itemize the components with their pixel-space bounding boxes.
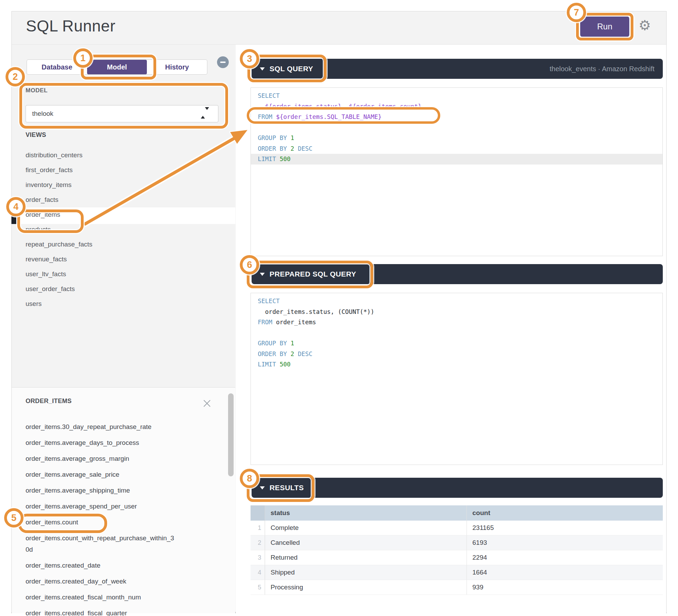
status-cell: Returned bbox=[265, 550, 467, 565]
column-header-count: count bbox=[467, 505, 663, 521]
count-cell: 939 bbox=[467, 580, 663, 595]
annotation-ring-from-clause bbox=[247, 107, 440, 124]
row-number: 4 bbox=[251, 565, 265, 580]
code-line: FROM order_items bbox=[251, 317, 662, 328]
code-line: GROUP BY 1 bbox=[251, 133, 662, 143]
status-cell: Shipped bbox=[265, 565, 467, 580]
sql-runner-page: SQL Runner Run ⚙ DatabaseModelHistory MO… bbox=[0, 0, 678, 616]
view-item-order_facts[interactable]: order_facts bbox=[26, 192, 198, 207]
field-item[interactable]: order_items.average_sale_price bbox=[26, 469, 174, 480]
prepared-sql-view: SELECT order_items.status, (COUNT(*))FRO… bbox=[251, 293, 663, 465]
table-header-row: statuscount bbox=[251, 505, 663, 521]
status-cell: Cancelled bbox=[265, 535, 467, 550]
row-number: 2 bbox=[251, 535, 265, 550]
field-item[interactable]: order_items.average_days_to_process bbox=[26, 437, 174, 448]
annotation-circle-5: 5 bbox=[4, 508, 23, 528]
field-item[interactable]: order_items.count_with_repeat_purchase_w… bbox=[26, 532, 174, 555]
view-item-first_order_facts[interactable]: first_order_facts bbox=[26, 162, 198, 177]
collapse-minus-icon[interactable] bbox=[217, 56, 229, 68]
annotation-ring-prepared-sql bbox=[247, 261, 373, 288]
field-item[interactable]: order_items.created_date bbox=[26, 560, 174, 571]
annotation-ring-model-section bbox=[19, 83, 228, 129]
connection-label: thelook_events · Amazon Redshift bbox=[549, 65, 655, 73]
annotation-circle-3: 3 bbox=[240, 49, 259, 68]
code-line: order_items.status, (COUNT(*)) bbox=[251, 307, 662, 317]
annotation-circle-7: 7 bbox=[567, 3, 586, 22]
view-item-inventory_items[interactable]: inventory_items bbox=[26, 177, 198, 192]
count-cell: 1664 bbox=[467, 565, 663, 580]
count-cell: 2294 bbox=[467, 550, 663, 565]
row-number-header bbox=[251, 505, 265, 521]
status-cell: Complete bbox=[265, 521, 467, 535]
field-item[interactable]: order_items.created_day_of_week bbox=[26, 576, 174, 587]
code-line: SELECT bbox=[251, 91, 662, 101]
table-row: 4Shipped1664 bbox=[251, 565, 663, 580]
count-cell: 231165 bbox=[467, 521, 663, 535]
table-row: 2Cancelled6193 bbox=[251, 535, 663, 550]
view-item-user_order_facts[interactable]: user_order_facts bbox=[26, 281, 198, 296]
view-item-user_ltv_facts[interactable]: user_ltv_facts bbox=[26, 267, 198, 281]
view-item-users[interactable]: users bbox=[26, 296, 198, 311]
field-item[interactable]: order_items.created_fiscal_month_num bbox=[26, 591, 174, 603]
code-line: LIMIT 500 bbox=[251, 154, 662, 165]
view-item-revenue_facts[interactable]: revenue_facts bbox=[26, 252, 198, 267]
annotation-circle-6: 6 bbox=[240, 255, 259, 274]
code-line: SELECT bbox=[251, 296, 662, 307]
field-item[interactable]: order_items.average_gross_margin bbox=[26, 453, 174, 464]
code-line: GROUP BY 1 bbox=[251, 338, 662, 349]
view-item-distribution_centers[interactable]: distribution_centers bbox=[26, 148, 198, 162]
page-title: SQL Runner bbox=[26, 17, 115, 35]
column-header-status: status bbox=[265, 505, 467, 521]
table-row: 1Complete231165 bbox=[251, 521, 663, 535]
code-line bbox=[251, 328, 662, 338]
annotation-ring-count-field bbox=[18, 514, 107, 533]
sidebar-scrollbar[interactable] bbox=[228, 393, 234, 476]
count-cell: 6193 bbox=[467, 535, 663, 550]
field-item[interactable]: order_items.average_shipping_time bbox=[26, 485, 174, 496]
code-line: ORDER BY 2 DESC bbox=[251, 349, 662, 360]
table-row: 5Processing939 bbox=[251, 580, 663, 595]
code-line bbox=[251, 122, 662, 133]
field-item[interactable]: order_items.average_spend_per_user bbox=[26, 501, 174, 512]
code-line: ORDER BY 2 DESC bbox=[251, 143, 662, 154]
annotation-circle-4: 4 bbox=[6, 197, 26, 216]
table-row: 3Returned2294 bbox=[251, 550, 663, 565]
annotation-ring-sql-query bbox=[247, 55, 327, 82]
field-item[interactable]: order_items.created_fiscal_quarter bbox=[26, 607, 174, 616]
annotation-circle-2: 2 bbox=[6, 67, 25, 86]
annotation-circle-8: 8 bbox=[240, 469, 259, 488]
row-number: 3 bbox=[251, 550, 265, 565]
views-section-label: VIEWS bbox=[26, 131, 46, 139]
field-item[interactable]: order_items.30_day_repeat_purchase_rate bbox=[26, 421, 174, 432]
results-table: statuscount1Complete2311652Cancelled6193… bbox=[251, 505, 663, 595]
annotation-ring-order-items bbox=[17, 209, 84, 233]
close-icon[interactable] bbox=[203, 399, 211, 408]
view-item-repeat_purchase_facts[interactable]: repeat_purchase_facts bbox=[26, 237, 198, 252]
row-number: 1 bbox=[251, 521, 265, 535]
status-cell: Processing bbox=[265, 580, 467, 595]
row-number: 5 bbox=[251, 580, 265, 595]
header-divider bbox=[12, 44, 666, 45]
annotation-circle-1: 1 bbox=[73, 48, 93, 68]
fields-panel-title: ORDER_ITEMS bbox=[26, 398, 72, 405]
code-line: LIMIT 500 bbox=[251, 359, 662, 370]
settings-gear-icon[interactable]: ⚙ bbox=[639, 18, 651, 32]
